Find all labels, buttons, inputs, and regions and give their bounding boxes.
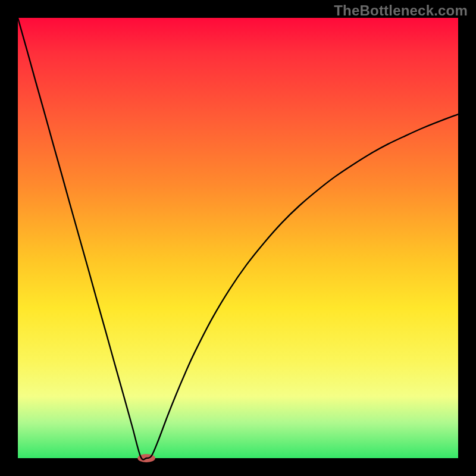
plot-area	[18, 18, 458, 458]
watermark-text: TheBottleneck.com	[334, 2, 468, 19]
curve-layer	[18, 18, 458, 458]
bottleneck-curve	[18, 18, 458, 459]
chart-frame: TheBottleneck.com	[0, 0, 476, 476]
